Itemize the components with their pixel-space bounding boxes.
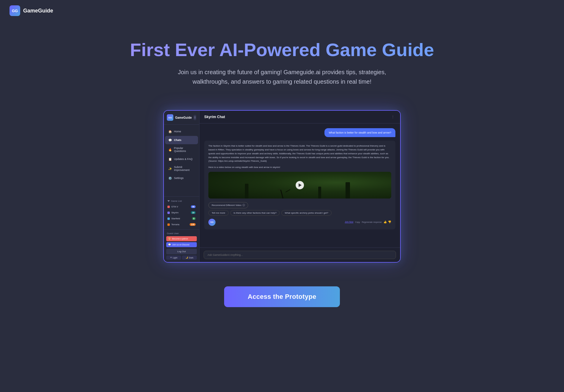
chat-messages: What faction is better for stealth and b… [199, 123, 400, 247]
game-list-label: Game List [171, 200, 182, 202]
sidebar-nav: 🏠 Home 💬 Chats 🔥 Popular Questions 📋 Upd… [164, 125, 199, 196]
game-item-starfield[interactable]: Starfield 8 [165, 216, 198, 221]
feedback-thumbs: 👍 👎 [384, 220, 391, 224]
video-thumbnail [208, 172, 391, 199]
join-link[interactable]: Join Now [345, 220, 354, 223]
faq-icon: 📋 [168, 157, 172, 161]
cta-section: Access the Prototype [0, 280, 564, 331]
join-discord-button[interactable]: 💬 Join us on Discord [166, 242, 197, 247]
user-avatar: GG [208, 219, 216, 226]
game-item-skyrim[interactable]: Skyrim 10 [165, 210, 198, 215]
chat-header: Skyrim Chat ⋮ [199, 111, 400, 123]
video-intro-text: Here is a video below on using stealth w… [208, 166, 391, 169]
sidebar-brand-name: GameGuide [175, 116, 192, 119]
dark-theme-label: Dark [189, 257, 194, 259]
logout-button[interactable]: Log Out [166, 249, 197, 254]
sidebar-collapse-button[interactable]: ☰ [194, 115, 196, 120]
starfield-count: 8 [192, 217, 196, 220]
theme-toggle: ☀ Light 🌙 Dark [166, 255, 197, 260]
chat-input[interactable] [204, 251, 396, 259]
skyrim-dot [167, 212, 170, 214]
play-triangle-icon [299, 183, 302, 187]
sidebar-item-settings[interactable]: ⚙️ Settings [165, 174, 198, 182]
chats-icon: 💬 [168, 138, 172, 142]
light-theme-button[interactable]: ☀ Light [166, 255, 181, 260]
sidebar-item-popular-label: Popular Questions [174, 147, 195, 153]
user-message: What faction is better for stealth and b… [324, 128, 395, 137]
sidebar: GG GameGuide ☰ 🏠 Home 💬 Chats [164, 111, 199, 262]
thumbs-down-button[interactable]: 👎 [388, 220, 391, 224]
sidebar-item-settings-label: Settings [174, 177, 184, 180]
sidebar-item-submit[interactable]: ✨ Submit Improvement [165, 164, 198, 174]
sidebar-item-faq-label: Updates & FAQ [174, 158, 193, 161]
terraria-count: 135 [190, 223, 196, 226]
settings-icon: ⚙️ [168, 176, 172, 180]
regenerate-button[interactable]: Regenerate response [362, 221, 382, 223]
sidebar-item-chats-label: Chats [174, 139, 181, 142]
chevron-down-icon [167, 200, 170, 202]
chat-input-area [199, 247, 400, 262]
quick-reply-2[interactable]: What specific archery perks should I get… [281, 210, 331, 216]
gtav-name: GTA V [171, 205, 189, 208]
sidebar-item-popular[interactable]: 🔥 Popular Questions [165, 145, 198, 155]
hero-section: First Ever AI-Powered Game Guide Join us… [0, 21, 564, 98]
sidebar-item-home[interactable]: 🏠 Home [165, 127, 198, 136]
submit-icon: ✨ [168, 166, 172, 171]
gtav-dot [167, 206, 170, 208]
sidebar-item-chats[interactable]: 💬 Chats [165, 136, 198, 144]
hero-subtitle: Join us in creating the future of gaming… [160, 67, 404, 86]
guest-label: Guest User [166, 232, 197, 235]
skyrim-count: 10 [191, 211, 196, 214]
video-embed [208, 172, 391, 199]
video-play-button[interactable] [296, 181, 304, 189]
game-list-section: Game List GTA V 48 Skyrim 10 Starfi [164, 196, 199, 229]
terraria-dot [167, 223, 170, 226]
logo-badge: GG [9, 5, 20, 16]
app-screenshot-wrapper: GG GameGuide ☰ 🏠 Home 💬 Chats [0, 98, 564, 280]
quick-reply-0[interactable]: Tell me more [208, 210, 229, 216]
game-list-header[interactable]: Game List [165, 199, 198, 204]
recommend-video-button[interactable]: Recommend Different Video ⓘ [208, 202, 248, 208]
sidebar-item-home-label: Home [174, 130, 181, 133]
moon-icon: 🌙 [186, 256, 188, 259]
patron-btn-label: Become a patron [172, 238, 188, 240]
become-patron-button[interactable]: 🎨 Become a patron [166, 236, 197, 241]
home-icon: 🏠 [168, 129, 172, 134]
hero-title: First Ever AI-Powered Game Guide [12, 39, 552, 60]
quick-replies: Tell me more Is there any other factions… [208, 210, 391, 216]
sidebar-item-submit-label: Submit Improvement [174, 166, 195, 172]
discord-btn-label: Join us on Discord [172, 244, 189, 246]
sidebar-footer: Guest User 🎨 Become a patron 💬 Join us o… [164, 229, 199, 262]
game-item-gtav[interactable]: GTA V 48 [165, 204, 198, 210]
chat-menu-icon[interactable]: ⋮ [390, 114, 395, 120]
dark-theme-button[interactable]: 🌙 Dark [182, 255, 197, 260]
thumbs-up-button[interactable]: 👍 [384, 220, 387, 224]
light-theme-label: Light [173, 257, 177, 259]
ai-response-content: The faction in Skyrim that is better sui… [208, 145, 389, 162]
ai-response-text: The faction in Skyrim that is better sui… [204, 141, 395, 229]
game-item-terraria[interactable]: Terraria 135 [165, 222, 198, 227]
access-prototype-button[interactable]: Access the Prototype [224, 286, 340, 307]
terraria-name: Terraria [171, 223, 188, 226]
sidebar-header: GG GameGuide ☰ [164, 111, 199, 125]
starfield-dot [167, 218, 170, 220]
brand-name: GameGuide [23, 8, 53, 14]
gtav-count: 48 [191, 205, 196, 208]
chat-main: Skyrim Chat ⋮ What faction is better for… [199, 111, 400, 262]
skyrim-name: Skyrim [171, 211, 189, 214]
sidebar-logo: GG [167, 114, 173, 121]
quick-reply-1[interactable]: Is there any other factions that can hel… [230, 210, 280, 216]
message-actions: GG Join Now Copy Regenerate response 👍 👎 [208, 218, 391, 226]
page-header: GG GameGuide [0, 0, 564, 21]
chat-title: Skyrim Chat [204, 115, 225, 119]
sidebar-item-faq[interactable]: 📋 Updates & FAQ [165, 155, 198, 163]
popular-icon: 🔥 [168, 147, 172, 152]
sun-icon: ☀ [170, 256, 172, 259]
info-icon: ⓘ [243, 204, 245, 207]
ai-response-row: The faction in Skyrim that is better sui… [204, 141, 395, 229]
recommend-video-label: Recommend Different Video [212, 204, 241, 207]
copy-button[interactable]: Copy [355, 221, 360, 223]
starfield-name: Starfield [171, 217, 191, 220]
video-intro: Here is a video below on using stealth w… [208, 166, 280, 169]
app-frame: GG GameGuide ☰ 🏠 Home 💬 Chats [163, 110, 401, 263]
